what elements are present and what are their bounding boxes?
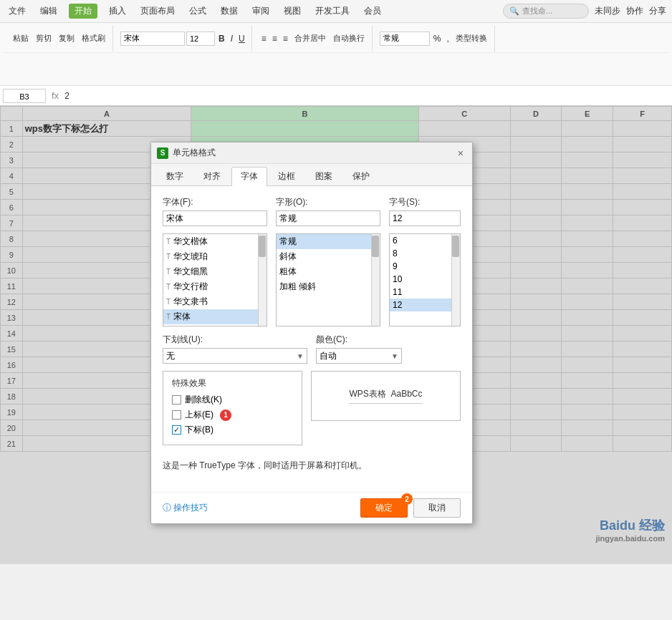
start-button[interactable]: 开始 [69,4,97,19]
size-list-item[interactable]: 6 [390,234,451,247]
superscript-row[interactable]: 上标(E) 1 [172,409,293,421]
tab-align[interactable]: 对齐 [194,167,230,185]
dialog-bottom: ⓘ 操作技巧 确定 2 取消 [151,492,472,523]
size-list-scroll-thumb[interactable] [452,236,459,257]
operations-link-text: 操作技巧 [173,502,208,514]
number-format-input[interactable] [380,32,430,46]
share-btn[interactable]: 分享 [649,5,666,17]
formula-input[interactable] [64,91,669,101]
font-size-col: 字号(S): 12 [389,196,461,226]
underline-dropdown[interactable]: 无 ▼ [163,348,307,364]
menu-formula[interactable]: 公式 [186,4,209,19]
font-list-item[interactable]: T华文行楷 [163,279,258,294]
collab-btn[interactable]: 协作 [626,5,643,17]
menu-insert[interactable]: 插入 [106,4,129,19]
dialog-tabs: 数字 对齐 字体 边框 图案 保护 [151,164,472,186]
merge-center-button[interactable]: 合并居中 [292,32,329,45]
size-list-item[interactable]: 10 [390,273,451,286]
size-list-scrollbar[interactable] [451,234,460,326]
font-size-field[interactable]: 12 [389,210,461,226]
font-style-col: 字形(O): 常规 [276,196,380,226]
style-list-item[interactable]: 斜体 [277,249,371,264]
type-convert-button[interactable]: 类型转换 [453,32,490,45]
subscript-checkbox[interactable]: ✓ [172,425,181,435]
menu-layout[interactable]: 页面布局 [138,4,178,19]
font-style-field[interactable]: 常规 [276,210,380,226]
checkmark-icon: ✓ [173,425,180,435]
paste-button[interactable]: 粘贴 [10,32,32,45]
comma-button[interactable]: , [444,33,451,44]
font-group: B I U [116,26,252,52]
copy-button[interactable]: 复制 [56,32,77,45]
tab-number[interactable]: 数字 [157,167,193,185]
font-list-scroll-thumb[interactable] [259,236,266,257]
bold-button[interactable]: B [216,33,227,44]
style-list-scroll: 常规 斜体 粗体 加粗 倾斜 [276,233,380,326]
operations-link[interactable]: ⓘ 操作技巧 [163,502,208,514]
cut-button[interactable]: 剪切 [33,32,54,45]
tab-pattern[interactable]: 图案 [306,167,342,185]
font-list-item[interactable]: T华文琥珀 [163,249,258,264]
style-list-item[interactable]: 加粗 倾斜 [277,279,371,294]
align-center-button[interactable]: ≡ [270,33,279,44]
color-dropdown-arrow: ▼ [391,352,398,360]
menu-dev[interactable]: 开发工具 [312,4,352,19]
number-group: % , 类型转换 [375,26,495,52]
style-list-item-selected[interactable]: 常规 [277,234,371,249]
strikethrough-checkbox[interactable] [172,395,181,405]
font-name-field[interactable]: 宋体 [163,210,267,226]
menu-view[interactable]: 视图 [281,4,304,19]
font-style-label: 字形(O): [276,196,380,208]
cell-reference[interactable]: B3 [3,89,46,103]
tab-border[interactable]: 边框 [269,167,304,185]
dialog-close-button[interactable]: × [455,147,466,159]
menu-review[interactable]: 审阅 [249,4,272,19]
font-list-item-selected[interactable]: T宋体 [163,309,258,324]
truetype-notice: 这是一种 TrueType 字体，同时适用于屏幕和打印机。 [163,460,461,472]
font-list-item[interactable]: T华文细黑 [163,264,258,279]
percent-button[interactable]: % [431,33,443,44]
dialog-title: 单元格格式 [173,147,455,159]
tab-font[interactable]: 字体 [231,167,267,186]
size-list-scroll: 6 8 9 10 11 12 [389,233,461,326]
confirm-button[interactable]: 确定 2 [360,498,408,518]
menu-file[interactable]: 文件 [6,4,29,19]
subscript-row[interactable]: ✓ 下标(B) [172,424,293,436]
menu-member[interactable]: 会员 [361,4,384,19]
style-list-scroll-thumb[interactable] [372,236,379,257]
size-list-item[interactable]: 8 [390,247,451,260]
cancel-label: 取消 [428,503,446,513]
size-list-item[interactable]: 9 [390,260,451,273]
format-paint-button[interactable]: 格式刷 [79,32,108,45]
tab-protect[interactable]: 保护 [343,167,379,185]
font-name-input[interactable] [120,32,185,46]
align-right-button[interactable]: ≡ [281,33,290,44]
font-list-item[interactable]: T华文楷体 [163,234,258,249]
font-list-scrollbar[interactable] [258,234,267,326]
style-list-col: 常规 斜体 粗体 加粗 倾斜 [276,233,380,326]
cancel-button[interactable]: 取消 [413,498,461,518]
menu-edit[interactable]: 编辑 [37,4,60,19]
align-left-button[interactable]: ≡ [259,33,269,44]
underline-button[interactable]: U [236,33,247,44]
auto-wrap-button[interactable]: 自动换行 [330,32,368,45]
superscript-checkbox[interactable] [172,410,181,420]
underline-label: 下划线(U): [163,334,307,346]
menu-data[interactable]: 数据 [218,4,241,19]
ribbon-row1: 粘贴 剪切 复制 格式刷 B I U ≡ ≡ ≡ 合并居中 自动换行 % , 类… [3,24,669,53]
strikethrough-row[interactable]: 删除线(K) [172,394,293,406]
search-box[interactable]: 🔍 查找命... [503,4,589,19]
formula-bar: B3 fx [0,86,672,106]
size-list-item-selected[interactable]: 12 [390,299,451,311]
style-list-scrollbar[interactable] [371,234,380,326]
size-list-item[interactable]: 11 [390,286,451,299]
preview-content: WPS表格 AaBbCc [349,388,422,404]
color-dropdown[interactable]: 自动 ▼ [316,348,402,364]
italic-button[interactable]: I [229,33,235,44]
menu-bar[interactable]: 文件 编辑 开始 插入 页面布局 公式 数据 审阅 视图 开发工具 会员 [6,4,384,19]
style-list-item[interactable]: 粗体 [277,264,371,279]
effects-preview-row: 特殊效果 删除线(K) 上标(E) 1 [163,371,461,452]
font-size-input[interactable] [186,32,215,46]
confirm-badge: 2 [401,493,413,505]
font-list-item[interactable]: T华文隶书 [163,294,258,309]
